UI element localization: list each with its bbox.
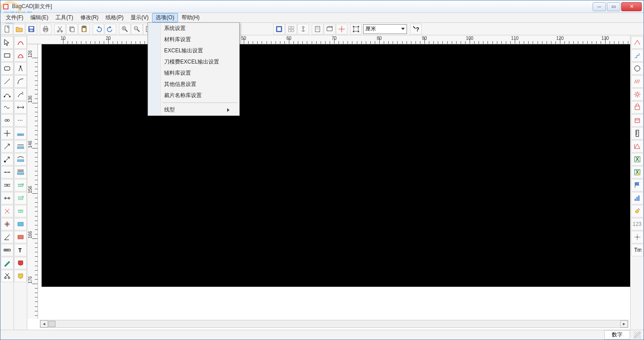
horizontal-scrollbar[interactable]: ◄ ►: [40, 320, 628, 328]
tool-bbox-icon[interactable]: [350, 24, 362, 34]
tool-line[interactable]: [1, 75, 13, 88]
tool-frame-icon[interactable]: [324, 24, 335, 34]
rtool-ruler-v[interactable]: [631, 127, 644, 140]
canvas[interactable]: [38, 44, 630, 319]
rtool-tri-up[interactable]: [631, 36, 644, 49]
menu-help[interactable]: 帮助(H): [178, 13, 203, 22]
dd-excel-output[interactable]: EXCEL输出设置: [148, 45, 239, 56]
resize-grip[interactable]: [634, 332, 641, 339]
tool-new[interactable]: [1, 24, 13, 34]
tool-zoom-out[interactable]: [131, 24, 143, 34]
tool-ruler-b2[interactable]: [14, 140, 27, 153]
menu-file[interactable]: 文件(F): [2, 13, 27, 22]
tool-save[interactable]: [25, 24, 37, 34]
rtool-numeric[interactable]: 123: [631, 218, 644, 230]
tool-grid-icon[interactable]: [285, 24, 297, 34]
tool-ruler-b1[interactable]: [14, 127, 27, 140]
tool-tag[interactable]: [14, 218, 27, 230]
tool-anchor-icon[interactable]: [297, 24, 309, 34]
tool-axis[interactable]: [1, 127, 13, 140]
dd-material-lib[interactable]: 材料库设置: [148, 34, 239, 45]
minimize-button[interactable]: ─: [593, 2, 606, 11]
tool-context-help[interactable]: ?: [410, 24, 422, 34]
tool-infinity[interactable]: [1, 114, 13, 127]
tool-ruler-b4[interactable]: [14, 166, 27, 178]
tool-dot-arrow[interactable]: [1, 153, 13, 166]
tool-redo[interactable]: [105, 24, 116, 34]
rtool-hatch[interactable]: [631, 75, 644, 88]
tool-wave[interactable]: [1, 101, 13, 114]
rtool-excel[interactable]: X: [631, 153, 644, 166]
tool-arrow-out[interactable]: [1, 140, 13, 153]
unit-select[interactable]: 厘米: [363, 24, 407, 34]
tool-arc[interactable]: [14, 36, 27, 49]
tool-text[interactable]: T: [14, 244, 27, 256]
tool-open[interactable]: [13, 24, 25, 34]
maximize-button[interactable]: ▭: [607, 2, 620, 11]
dd-piece-name-lib[interactable]: 裁片名称库设置: [148, 90, 239, 101]
rtool-gear[interactable]: [631, 88, 644, 101]
rtool-tri-red[interactable]: [631, 140, 644, 153]
rtool-circle[interactable]: [631, 62, 644, 75]
tool-crosshair-icon[interactable]: [336, 24, 347, 34]
tool-eq1[interactable]: [14, 179, 27, 191]
tool-measure[interactable]: [1, 244, 13, 256]
tool-cross[interactable]: [1, 205, 13, 217]
tool-cut2[interactable]: [1, 270, 13, 282]
menu-modify[interactable]: 修改(R): [77, 13, 102, 22]
scroll-right-button[interactable]: ►: [620, 320, 628, 327]
dd-other-info[interactable]: 其他信息设置: [148, 79, 239, 90]
tool-curve2[interactable]: [14, 75, 27, 88]
rtool-step[interactable]: [631, 49, 644, 62]
tool-print[interactable]: [40, 24, 51, 34]
tool-eq3[interactable]: [14, 205, 27, 217]
tool-dash[interactable]: [14, 114, 27, 127]
menu-edit[interactable]: 编辑(E): [27, 13, 52, 22]
rtool-flag[interactable]: [631, 179, 644, 191]
tool-curve-edit[interactable]: [1, 88, 13, 101]
menu-view[interactable]: 显示(V): [127, 13, 152, 22]
tool-arrow-lr[interactable]: [14, 101, 27, 114]
tool-tag-red[interactable]: [14, 231, 27, 243]
rtool-excel2[interactable]: X: [631, 166, 644, 178]
rtool-bars[interactable]: [631, 192, 644, 204]
tool-curve-slash[interactable]: [14, 88, 27, 101]
tool-doc-icon[interactable]: [312, 24, 323, 34]
scroll-left-button[interactable]: ◄: [40, 320, 48, 327]
tool-undo[interactable]: [93, 24, 104, 34]
tool-shape-yellow[interactable]: [14, 270, 27, 282]
tool-arc2[interactable]: [14, 49, 27, 62]
tool-scissor[interactable]: [1, 218, 13, 230]
rtool-paint[interactable]: [631, 205, 644, 217]
tool-seam3[interactable]: [1, 192, 13, 204]
dd-accessory-lib[interactable]: 辅料库设置: [148, 68, 239, 79]
close-button[interactable]: ✕: [621, 2, 642, 11]
menu-tools[interactable]: 工具(T): [52, 13, 76, 22]
tool-seam1[interactable]: [1, 166, 13, 178]
tool-zoom-in[interactable]: [119, 24, 131, 34]
rtool-tm[interactable]: Tm: [631, 244, 644, 256]
tool-brush[interactable]: [1, 257, 13, 269]
menu-pattern[interactable]: 纸格(P): [102, 13, 127, 22]
tool-paste[interactable]: [78, 24, 90, 34]
scroll-thumb[interactable]: [48, 321, 55, 327]
tool-compass[interactable]: [14, 62, 27, 75]
tool-page-icon[interactable]: [273, 24, 285, 34]
tool-rect-round[interactable]: [1, 62, 13, 75]
tool-eq2[interactable]: [14, 192, 27, 204]
tool-seam2[interactable]: [1, 179, 13, 191]
rtool-bag2[interactable]: [631, 114, 644, 127]
dd-system-settings[interactable]: 系统设置: [148, 23, 239, 34]
tool-ruler-b3[interactable]: [14, 153, 27, 166]
tool-angle[interactable]: [1, 231, 13, 243]
tool-copy[interactable]: [66, 24, 78, 34]
tool-rect[interactable]: [1, 49, 13, 62]
menu-options[interactable]: 选项(O): [152, 13, 178, 22]
rtool-target[interactable]: [631, 231, 644, 243]
tool-pointer[interactable]: [1, 36, 13, 49]
dd-linetype[interactable]: 线型: [148, 104, 239, 115]
tool-cut[interactable]: [54, 24, 66, 34]
rtool-bag[interactable]: [631, 101, 644, 114]
tool-shape-red[interactable]: [14, 257, 27, 269]
dd-diemold-excel[interactable]: 刀模费EXCEL输出设置: [148, 56, 239, 68]
